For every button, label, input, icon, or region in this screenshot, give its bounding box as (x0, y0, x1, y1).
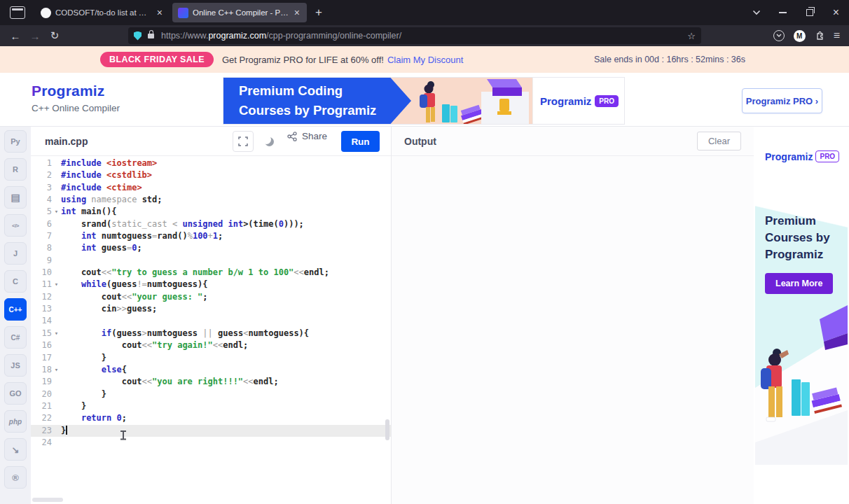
back-button[interactable]: ← (6, 30, 25, 42)
fold-arrow-icon[interactable]: ▾ (52, 279, 61, 290)
site-header: Programiz C++ Online Compiler Premium Co… (0, 73, 849, 127)
profile-avatar[interactable]: M (794, 30, 806, 42)
sidebar-item-php[interactable]: php (4, 410, 27, 433)
programiz-favicon-icon (178, 8, 188, 18)
programiz-logo[interactable]: Programiz C++ Online Compiler (32, 83, 120, 113)
banner-ad-brand: Programiz PRO (532, 78, 625, 124)
code-line-9[interactable]: 9 (31, 255, 391, 267)
code-line-20[interactable]: 20 } (31, 388, 391, 400)
pro-badge: PRO (595, 95, 619, 107)
code-line-18[interactable]: 18▾ else{ (31, 364, 391, 376)
page-title: C++ Online Compiler (32, 103, 120, 113)
code-line-15[interactable]: 15▾ if(guess>numtoguess || guess<numtogu… (31, 328, 391, 340)
code-line-14[interactable]: 14 (31, 315, 391, 327)
premium-courses-banner-ad[interactable]: Premium Coding Courses by Programiz (223, 77, 625, 125)
code-line-13[interactable]: 13 cin>>guess; (31, 303, 391, 315)
sidebar-item-html[interactable]: </> (4, 214, 27, 237)
sql-icon: ▤ (11, 192, 20, 203)
extensions-puzzle-icon[interactable] (815, 31, 824, 41)
github-favicon-icon (41, 8, 51, 18)
sidebar-item-r[interactable]: R (4, 158, 27, 181)
code-line-16[interactable]: 16 cout<<"try again!"<<endl; (31, 340, 391, 351)
address-bar[interactable]: https://www.programiz.com/cpp-programmin… (128, 27, 701, 44)
programiz-pro-button[interactable]: Programiz PRO › (742, 88, 822, 113)
new-tab-button[interactable]: + (315, 6, 322, 20)
code-line-22[interactable]: 22 return 0; (31, 412, 391, 424)
code-line-5[interactable]: 5▾int main(){ (31, 206, 391, 218)
ad-brand-logo: Programiz PRO (765, 150, 848, 162)
learn-more-button[interactable]: Learn More (765, 273, 833, 294)
code-line-10[interactable]: 10 cout<<"try to guess a number b/w 1 to… (31, 267, 391, 279)
code-line-11[interactable]: 11▾ while(guess!=numtoguess){ (31, 279, 391, 290)
code-line-4[interactable]: 4using namespace std; (31, 194, 391, 206)
code-area[interactable]: 1#include <iostream>2#include <cstdlib>3… (31, 156, 391, 504)
close-tab-icon[interactable]: × (293, 8, 301, 18)
share-icon (287, 132, 297, 141)
banner-ad-illustration (411, 78, 532, 124)
code-line-23[interactable]: 23} (31, 425, 391, 437)
bookmark-star-icon[interactable]: ☆ (687, 31, 696, 41)
csharp-icon: C# (11, 334, 20, 342)
restore-window-button[interactable] (806, 9, 813, 16)
reload-button[interactable]: ↻ (45, 29, 64, 42)
navigation-toolbar: ← → ↻ https://www.programiz.com/cpp-prog… (0, 25, 849, 46)
sidebar-item-python[interactable]: Py (4, 130, 27, 153)
close-window-button[interactable]: × (833, 6, 839, 19)
go-icon: GO (9, 389, 21, 398)
text-caret (66, 426, 67, 435)
tab-online-cpp-compiler[interactable]: Online C++ Compiler - Progra × (172, 3, 307, 22)
lock-icon[interactable] (148, 34, 154, 38)
dark-mode-toggle[interactable] (258, 131, 279, 152)
sale-banner: BLACK FRIDAY SALE Get Programiz PRO for … (0, 46, 849, 73)
editor-horizontal-scrollbar[interactable] (32, 498, 63, 502)
pro-sidebar-ad[interactable]: Programiz PRO Premium Courses by Program… (755, 131, 848, 465)
claim-discount-link[interactable]: Claim My Discount (387, 55, 463, 65)
tab-title: Online C++ Compiler - Progra (193, 8, 289, 17)
tab-bar: CODSOFT/to-do list at main · M × Online … (0, 0, 849, 25)
filename-label: main.cpp (45, 136, 88, 147)
fold-arrow-icon[interactable]: ▾ (52, 328, 61, 340)
sidebar-item-go[interactable]: GO (4, 382, 27, 405)
sidebar-item-sql[interactable]: ▤ (4, 186, 27, 209)
code-line-19[interactable]: 19 cout<<"you are right!!!"<<endl; (31, 376, 391, 388)
java-icon: J (13, 249, 18, 258)
code-line-1[interactable]: 1#include <iostream> (31, 158, 391, 169)
sidebar-item-c[interactable]: C (4, 270, 27, 293)
fullscreen-button[interactable] (233, 131, 254, 152)
share-button[interactable]: Share (287, 131, 327, 141)
close-tab-icon[interactable]: × (156, 8, 164, 18)
code-line-6[interactable]: 6 srand(static_cast < unsigned int>(time… (31, 218, 391, 230)
clear-button[interactable]: Clear (697, 132, 741, 150)
sidebar-item-swift[interactable]: ↘ (4, 438, 27, 461)
code-line-2[interactable]: 2#include <cstdlib> (31, 169, 391, 181)
fold-arrow-icon[interactable]: ▾ (52, 206, 61, 218)
forward-button[interactable]: → (25, 30, 45, 42)
sidebar-item-cpp[interactable]: C++ (4, 298, 27, 321)
list-tabs-chevron-icon[interactable] (752, 10, 761, 15)
minimize-button[interactable] (779, 12, 787, 13)
code-line-3[interactable]: 3#include <ctime> (31, 182, 391, 194)
pocket-icon[interactable] (773, 30, 785, 41)
menu-hamburger-icon[interactable]: ≡ (834, 29, 840, 42)
run-button[interactable]: Run (341, 131, 380, 152)
editor-vertical-scrollbar[interactable] (385, 419, 389, 440)
tab-codsoft[interactable]: CODSOFT/to-do list at main · M × (35, 3, 170, 22)
r-icon: R (13, 165, 18, 174)
code-line-24[interactable]: 24 (31, 437, 391, 449)
output-header: Output Clear (392, 127, 754, 156)
sidebar-item-java[interactable]: J (4, 242, 27, 265)
sidebar-item-csharp[interactable]: C# (4, 326, 27, 349)
language-sidebar: PyR▤</>JCC++C#JSGOphp↘® (0, 127, 31, 504)
banner-ad-text: Premium Coding Courses by Programiz (223, 78, 411, 124)
sidebar-item-javascript[interactable]: JS (4, 354, 27, 377)
tracking-protection-shield-icon[interactable] (134, 31, 142, 41)
firefox-view-icon[interactable] (10, 6, 25, 19)
code-line-8[interactable]: 8 int guess=0; (31, 242, 391, 254)
code-line-21[interactable]: 21 } (31, 400, 391, 412)
code-line-12[interactable]: 12 cout<<"your guess: "; (31, 291, 391, 303)
url-text: https://www.programiz.com/cpp-programmin… (161, 31, 687, 41)
code-line-17[interactable]: 17 } (31, 352, 391, 364)
code-line-7[interactable]: 7 int numtoguess=rand()%100+1; (31, 230, 391, 242)
fold-arrow-icon[interactable]: ▾ (52, 364, 61, 376)
sidebar-item-rust[interactable]: ® (4, 466, 27, 489)
